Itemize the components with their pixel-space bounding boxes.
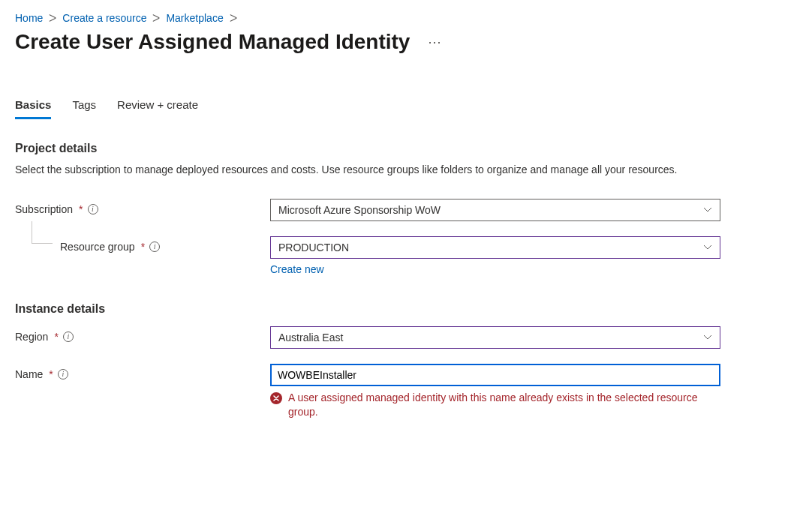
row-region: Region * i Australia East bbox=[15, 326, 797, 349]
chevron-right-icon: ᐳ bbox=[152, 12, 160, 24]
info-icon[interactable]: i bbox=[58, 369, 68, 380]
subscription-value: Microsoft Azure Sponsorship WoW bbox=[278, 204, 441, 216]
name-input[interactable] bbox=[270, 364, 720, 386]
resource-group-value: PRODUCTION bbox=[278, 242, 349, 254]
tab-basics[interactable]: Basics bbox=[15, 95, 51, 119]
chevron-right-icon: ᐳ bbox=[49, 12, 56, 24]
section-desc-project-details: Select the subscription to manage deploy… bbox=[15, 163, 705, 178]
region-select[interactable]: Australia East bbox=[270, 326, 720, 349]
page-title: Create User Assigned Managed Identity bbox=[15, 30, 410, 54]
section-heading-instance-details: Instance details bbox=[15, 302, 797, 316]
required-indicator: * bbox=[49, 368, 53, 380]
error-message: A user assigned managed identity with th… bbox=[270, 391, 720, 420]
row-subscription: Subscription * i Microsoft Azure Sponsor… bbox=[15, 199, 797, 221]
required-indicator: * bbox=[79, 203, 83, 215]
create-new-link[interactable]: Create new bbox=[270, 263, 324, 275]
region-value: Australia East bbox=[278, 332, 343, 344]
required-indicator: * bbox=[141, 241, 145, 253]
breadcrumb: Home ᐳ Create a resource ᐳ Marketplace ᐳ bbox=[15, 12, 797, 24]
chevron-down-icon bbox=[703, 243, 712, 252]
indent-connector bbox=[32, 221, 53, 244]
label-subscription: Subscription bbox=[15, 203, 73, 215]
chevron-right-icon: ᐳ bbox=[230, 12, 237, 24]
breadcrumb-home[interactable]: Home bbox=[15, 12, 43, 24]
required-indicator: * bbox=[54, 331, 58, 343]
label-region: Region bbox=[15, 331, 48, 343]
tab-review-create[interactable]: Review + create bbox=[117, 95, 198, 119]
more-menu-button[interactable]: ⋯ bbox=[422, 31, 449, 53]
info-icon[interactable]: i bbox=[63, 332, 74, 342]
error-text: A user assigned managed identity with th… bbox=[288, 391, 720, 420]
label-name: Name bbox=[15, 368, 43, 380]
row-name: Name * i A user assigned managed identit… bbox=[15, 364, 797, 420]
breadcrumb-create-resource[interactable]: Create a resource bbox=[62, 12, 146, 24]
page-header: Create User Assigned Managed Identity ⋯ bbox=[15, 30, 797, 54]
info-icon[interactable]: i bbox=[88, 204, 98, 214]
error-icon bbox=[270, 392, 282, 404]
chevron-down-icon bbox=[703, 206, 712, 214]
section-heading-project-details: Project details bbox=[15, 142, 797, 155]
subscription-select[interactable]: Microsoft Azure Sponsorship WoW bbox=[270, 199, 720, 221]
label-resource-group: Resource group bbox=[60, 241, 135, 253]
chevron-down-icon bbox=[703, 333, 712, 342]
info-icon[interactable]: i bbox=[149, 242, 160, 252]
breadcrumb-marketplace[interactable]: Marketplace bbox=[166, 12, 223, 24]
resource-group-select[interactable]: PRODUCTION bbox=[270, 236, 720, 259]
tab-tags[interactable]: Tags bbox=[72, 95, 96, 119]
row-resource-group: Resource group * i PRODUCTION Create new bbox=[15, 236, 797, 275]
tabs: Basics Tags Review + create bbox=[15, 95, 797, 119]
